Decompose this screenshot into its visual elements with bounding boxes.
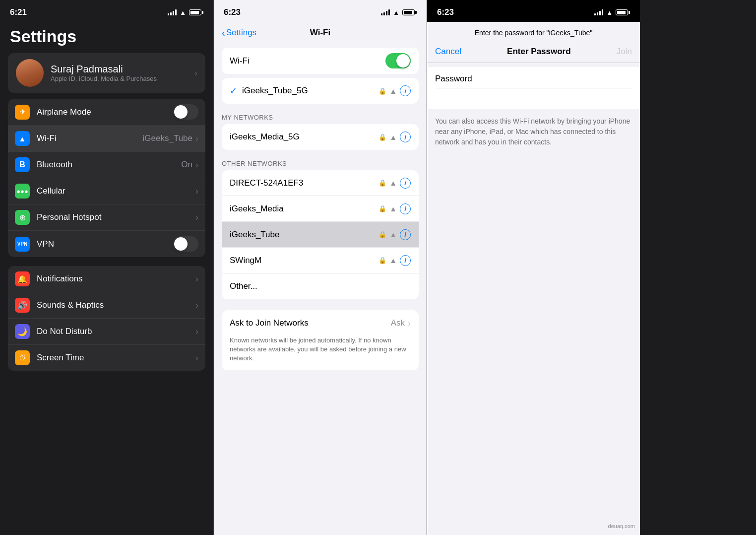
connected-network-name: iGeeks_Tube_5G — [242, 86, 378, 96]
wifi-strength-icon: ▲ — [389, 256, 397, 265]
vpn-toggle[interactable] — [173, 236, 198, 252]
cellular-chevron-icon: › — [195, 186, 198, 197]
wifi-status-icon-pass: ▲ — [606, 9, 613, 16]
network-name: iGeeks_Media_5G — [230, 132, 378, 142]
bluetooth-icon: B — [15, 157, 30, 172]
profile-chevron-icon: › — [194, 68, 197, 78]
network-name: SWingM — [230, 256, 378, 266]
network-name: DIRECT-524A1EF3 — [230, 178, 378, 188]
wifi-nav-bar: ‹ Settings Wi-Fi — [214, 22, 427, 44]
info-button[interactable]: i — [400, 132, 411, 142]
network-row-igeeks-media[interactable]: iGeeks_Media 🔒 ▲ i — [222, 196, 419, 222]
status-bar-password: 6:23 ▲ — [427, 0, 640, 22]
status-bar-settings: 6:21 ▲ — [0, 0, 213, 22]
connected-network-section: ✓ iGeeks_Tube_5G 🔒 ▲ i — [222, 78, 419, 104]
ask-value: Ask — [391, 318, 405, 328]
password-field-label: Password — [435, 74, 632, 84]
donotdisturb-chevron-icon: › — [195, 327, 198, 337]
airplane-mode-label: Airplane Mode — [37, 107, 173, 117]
sounds-icon: 🔊 — [15, 298, 30, 313]
airplane-mode-toggle[interactable] — [173, 104, 198, 120]
back-button[interactable]: ‹ Settings — [222, 27, 256, 39]
checkmark-icon: ✓ — [230, 85, 237, 96]
profile-row[interactable]: Suraj Padmasali Apple ID, iCloud, Media … — [8, 53, 205, 93]
cellular-row[interactable]: ●●● Cellular › — [8, 178, 205, 204]
status-time-settings: 6:21 — [10, 7, 27, 17]
ask-join-row[interactable]: Ask to Join Networks Ask › — [222, 310, 419, 336]
lock-icon: 🔒 — [378, 205, 386, 212]
password-input[interactable] — [435, 92, 632, 102]
info-button[interactable]: i — [400, 203, 411, 214]
screentime-chevron-icon: › — [195, 353, 198, 363]
wifi-toggle[interactable] — [385, 53, 411, 68]
password-nav: Cancel Enter Password Join — [427, 41, 640, 63]
screentime-row[interactable]: ⏱ Screen Time › — [8, 345, 205, 371]
battery-icon-pass — [616, 9, 630, 15]
hotspot-chevron-icon: › — [195, 212, 198, 223]
vpn-row[interactable]: VPN VPN — [8, 231, 205, 257]
profile-subtitle: Apple ID, iCloud, Media & Purchases — [51, 75, 194, 82]
screentime-icon: ⏱ — [15, 350, 30, 365]
donotdisturb-label: Do Not Disturb — [37, 327, 195, 336]
system-group: 🔔 Notifications › 🔊 Sounds & Haptics › 🌙… — [8, 266, 205, 371]
lock-icon: 🔒 — [378, 134, 386, 141]
wifi-icon-setting: ▲ — [15, 131, 30, 146]
password-panel: 6:23 ▲ Enter the password for "iGeeks_Tu… — [427, 0, 640, 535]
vpn-icon: VPN — [15, 237, 30, 252]
network-row-direct[interactable]: DIRECT-524A1EF3 🔒 ▲ i — [222, 170, 419, 196]
status-icons-settings: ▲ — [168, 9, 203, 16]
password-input-section: Password — [427, 67, 640, 109]
bluetooth-row[interactable]: B Bluetooth On › — [8, 152, 205, 178]
hotspot-row[interactable]: ⊕ Personal Hotspot › — [8, 204, 205, 231]
wifi-nav-title: Wi-Fi — [310, 28, 330, 38]
notifications-row[interactable]: 🔔 Notifications › — [8, 266, 205, 292]
join-button[interactable]: Join — [617, 47, 632, 57]
wifi-panel: 6:23 ▲ ‹ Settings Wi-Fi Wi-Fi — [213, 0, 427, 535]
info-button[interactable]: i — [400, 85, 411, 96]
hotspot-icon: ⊕ — [15, 210, 30, 225]
cellular-label: Cellular — [37, 186, 195, 196]
network-name: iGeeks_Tube — [230, 230, 378, 240]
wifi-toggle-label: Wi-Fi — [230, 56, 385, 66]
signal-icon-wifi — [381, 9, 390, 15]
settings-panel: 6:21 ▲ Settings Suraj Padmasali — [0, 0, 213, 535]
wifi-status-icon-wifi: ▲ — [393, 9, 399, 16]
cancel-button[interactable]: Cancel — [435, 47, 461, 57]
password-description: You can also access this Wi-Fi network b… — [427, 109, 640, 154]
connected-network-row[interactable]: ✓ iGeeks_Tube_5G 🔒 ▲ i — [222, 78, 419, 104]
signal-icon-password — [594, 9, 603, 15]
airplane-mode-row[interactable]: ✈ Airplane Mode — [8, 99, 205, 126]
network-row-swingm[interactable]: SWingM 🔒 ▲ i — [222, 248, 419, 273]
battery-icon-wifi — [402, 9, 417, 15]
password-dialog-title: Enter Password — [507, 47, 571, 57]
page-title: Settings — [0, 22, 213, 49]
info-button[interactable]: i — [400, 178, 411, 189]
network-row-other[interactable]: Other... — [222, 273, 419, 299]
sounds-chevron-icon: › — [195, 300, 198, 311]
back-chevron-icon: ‹ — [222, 27, 225, 39]
status-icons-wifi: ▲ — [381, 9, 417, 16]
wifi-toggle-row[interactable]: Wi-Fi — [222, 48, 419, 74]
network-row-igeeks-media-5g[interactable]: iGeeks_Media_5G 🔒 ▲ i — [222, 124, 419, 150]
lock-icon: 🔒 — [378, 231, 386, 238]
wifi-strength-icon: ▲ — [389, 87, 397, 95]
wifi-row[interactable]: ▲ Wi-Fi iGeeks_Tube › — [8, 126, 205, 152]
vpn-label: VPN — [37, 239, 173, 249]
bluetooth-label: Bluetooth — [37, 160, 181, 170]
network-row-igeeks-tube[interactable]: iGeeks_Tube 🔒 ▲ i — [222, 222, 419, 248]
avatar — [16, 59, 44, 87]
status-bar-wifi: 6:23 ▲ — [214, 0, 427, 22]
my-networks-list: iGeeks_Media_5G 🔒 ▲ i — [222, 124, 419, 150]
info-button[interactable]: i — [400, 255, 411, 266]
donotdisturb-row[interactable]: 🌙 Do Not Disturb › — [8, 319, 205, 345]
status-time-wifi: 6:23 — [224, 7, 241, 17]
notifications-label: Notifications — [37, 274, 195, 284]
sounds-row[interactable]: 🔊 Sounds & Haptics › — [8, 292, 205, 319]
bluetooth-chevron-icon: › — [195, 160, 198, 170]
profile-name: Suraj Padmasali — [51, 64, 194, 75]
status-time-password: 6:23 — [437, 7, 454, 17]
notifications-icon: 🔔 — [15, 271, 30, 286]
info-button[interactable]: i — [400, 229, 411, 240]
network-name: iGeeks_Media — [230, 204, 378, 214]
ask-section: Ask to Join Networks Ask › Known network… — [222, 310, 419, 370]
